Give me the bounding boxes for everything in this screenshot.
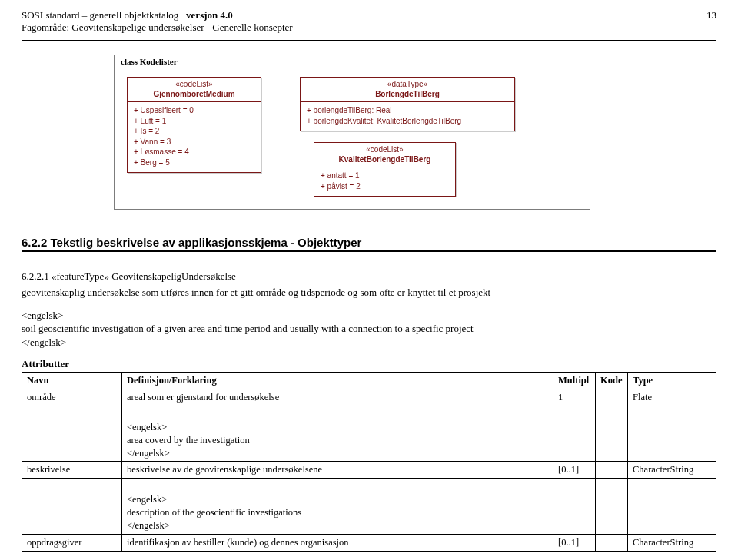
cell-def-extra: <engelsk> description of the geoscientif…: [122, 479, 554, 535]
col-type: Type: [628, 373, 716, 389]
col-kode: Kode: [596, 373, 628, 389]
engelsk-open-tag: <engelsk>: [22, 310, 63, 321]
doc-subtitle: Fagområde: Geovitenskapelige undersøkels…: [22, 22, 716, 34]
class-name: KvalitetBorlengdeTilBerg: [322, 155, 447, 165]
cell-mult: [0..1]: [554, 462, 596, 479]
attr: + Berg = 5: [134, 157, 254, 168]
table-header-row: Navn Definisjon/Forklaring Multipl Kode …: [22, 373, 716, 389]
uml-class-kvalitetborlengdetilberg: «codeList» KvalitetBorlengdeTilBerg + an…: [314, 142, 456, 197]
subsection-heading: 6.2.2.1 «featureType» GeovitenskapeligUn…: [22, 270, 716, 283]
attr: + Is = 2: [134, 126, 254, 137]
cell-kode: [596, 406, 628, 462]
cell-type: [628, 406, 716, 462]
doc-version: versjon 4.0: [186, 9, 233, 21]
cell-type: CharacterString: [628, 462, 716, 479]
uml-diagram: class Kodelister «codeList» Gjennomboret…: [114, 55, 590, 210]
attr: + Løsmasse = 4: [134, 147, 254, 157]
page-number: 13: [706, 9, 716, 22]
col-mult: Multipl: [554, 373, 596, 389]
cell-kode: [596, 479, 628, 535]
subsection-title: «featureType» GeovitenskapeligUndersøkel…: [52, 270, 236, 282]
cell-type: CharacterString: [628, 534, 716, 551]
subsection-number: 6.2.2.1: [22, 270, 49, 282]
cell-kode: [596, 389, 628, 406]
stereotype-label: «codeList»: [135, 80, 253, 90]
cell-kode: [596, 462, 628, 479]
uml-class-borlengdetilberg: «dataType» BorlengdeTilBerg + borlengdeT…: [300, 77, 515, 131]
attr: + Vann = 3: [134, 137, 254, 147]
stereotype-label: «codeList»: [322, 145, 447, 155]
section-heading: 6.2.2 Tekstlig beskrivelse av applikasjo…: [22, 236, 716, 252]
engelsk-close-tag: </engelsk>: [22, 336, 66, 348]
cell-def-extra: <engelsk> area coverd by the investigati…: [122, 406, 554, 462]
cell-navn: [22, 479, 122, 535]
class-name: GjennomboretMedium: [135, 90, 253, 100]
doc-title: SOSI standard – generell objektkatalog: [22, 9, 178, 21]
cell-kode: [596, 534, 628, 551]
attr: + Luft = 1: [134, 116, 254, 127]
attr: + Uspesifisert = 0: [134, 105, 254, 116]
table-row-extra: <engelsk> area coverd by the investigati…: [22, 406, 716, 462]
cell-navn: beskrivelse: [22, 462, 122, 479]
cell-def: beskrivelse av de geovitenskaplige under…: [122, 462, 554, 479]
cell-navn: område: [22, 389, 122, 406]
cell-mult: [554, 406, 596, 462]
description-norwegian: geovitenskaplig undersøkelse som utføres…: [22, 286, 716, 300]
attr: + borlengdeKvalitet: KvalitetBorlengdeTi…: [307, 116, 508, 127]
cell-def: identifikasjon av bestiller (kunde) og d…: [122, 534, 554, 551]
attr: + antatt = 1: [321, 171, 449, 181]
cell-navn: [22, 406, 122, 462]
class-name: BorlengdeTilBerg: [308, 90, 507, 100]
col-def: Definisjon/Forklaring: [122, 373, 554, 389]
uml-class-gjennomboretmedium: «codeList» GjennomboretMedium + Uspesifi…: [127, 77, 261, 173]
col-navn: Navn: [22, 373, 122, 389]
table-row-extra: <engelsk> description of the geoscientif…: [22, 479, 716, 535]
attributes-table: Navn Definisjon/Forklaring Multipl Kode …: [22, 372, 716, 552]
page-header: SOSI standard – generell objektkatalog v…: [22, 9, 716, 22]
diagram-title: class Kodelister: [114, 55, 186, 68]
attr: + borlengdeTilBerg: Real: [307, 105, 508, 116]
attr: + påvist = 2: [321, 181, 449, 192]
cell-mult: 1: [554, 389, 596, 406]
cell-mult: [0..1]: [554, 534, 596, 551]
cell-type: [628, 479, 716, 535]
description-english: soil geoscientific investigation of a gi…: [22, 323, 474, 334]
header-divider: [22, 40, 716, 41]
cell-def: areal som er gjenstand for undersøkelse: [122, 389, 554, 406]
cell-mult: [554, 479, 596, 535]
attributes-label: Attributter: [22, 358, 716, 370]
table-row: beskrivelsebeskrivelse av de geovitenska…: [22, 462, 716, 479]
description-english-block: <engelsk> soil geoscientific investigati…: [22, 309, 716, 350]
table-row: oppdragsgiveridentifikasjon av bestiller…: [22, 534, 716, 551]
stereotype-label: «dataType»: [308, 80, 507, 90]
cell-navn: oppdragsgiver: [22, 534, 122, 551]
table-row: områdeareal som er gjenstand for undersø…: [22, 389, 716, 406]
cell-type: Flate: [628, 389, 716, 406]
